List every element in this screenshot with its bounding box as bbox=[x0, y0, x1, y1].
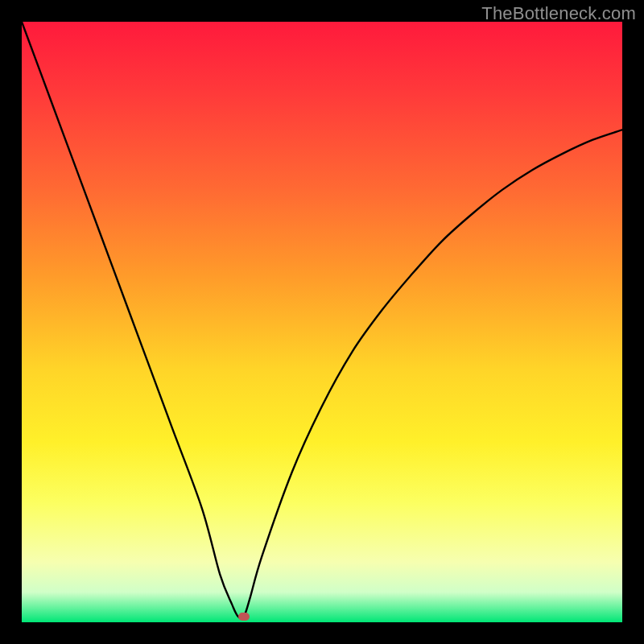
minimum-marker bbox=[238, 613, 250, 621]
bottleneck-curve-path bbox=[22, 22, 622, 618]
plot-area bbox=[22, 22, 622, 622]
watermark-text: TheBottleneck.com bbox=[481, 3, 636, 24]
outer-frame: TheBottleneck.com bbox=[0, 0, 644, 644]
curve-svg bbox=[22, 22, 622, 622]
